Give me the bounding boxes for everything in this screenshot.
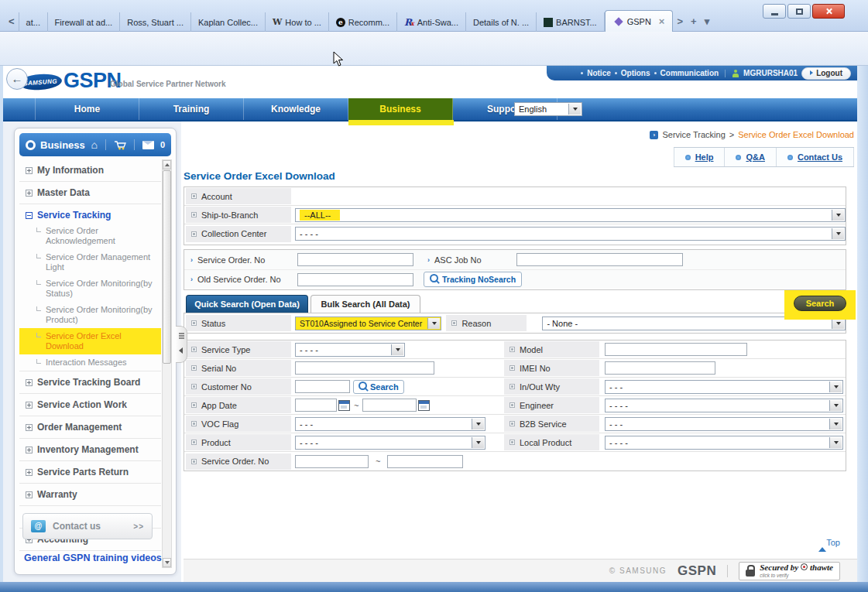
chevron-down-icon[interactable] (832, 210, 844, 221)
sidebar-item-service-order-acknowledgement[interactable]: Service Order Acknowledgement (19, 223, 161, 249)
tab-barnstable[interactable]: BARNST... (537, 12, 605, 32)
service-order-from-input[interactable] (295, 455, 369, 468)
contact-us-link-button[interactable]: Contact Us (776, 148, 854, 166)
app-date-from-input[interactable] (295, 399, 337, 412)
imei-no-input[interactable] (605, 361, 715, 375)
chevron-down-icon[interactable] (427, 318, 440, 329)
sidebar-item-service-tracking-board[interactable]: Service Tracking Board (19, 371, 161, 394)
options-link[interactable]: Options (621, 69, 650, 77)
tab-details[interactable]: Details of N. ... (466, 12, 537, 32)
expand-plus-icon[interactable] (26, 447, 33, 453)
calendar-icon[interactable] (418, 400, 430, 411)
tab-recommended[interactable]: eRecomm... (329, 12, 397, 32)
app-date-to-input[interactable] (362, 399, 417, 412)
tab-bulk-search[interactable]: Bulk Search (All Data) (310, 295, 420, 313)
service-order-no-input[interactable] (297, 253, 413, 266)
maximize-button[interactable] (787, 4, 811, 19)
close-button[interactable] (812, 4, 845, 19)
chevron-down-icon[interactable] (832, 228, 844, 239)
tab-scroll-right-button[interactable]: > (677, 15, 683, 27)
chevron-down-icon[interactable] (829, 437, 842, 448)
scrollbar-thumb[interactable] (163, 170, 171, 364)
new-tab-button[interactable]: + (691, 15, 697, 27)
tab-close-icon[interactable]: × (659, 15, 665, 27)
tab-scroll-left-button[interactable]: < (5, 15, 19, 27)
tab-anti-swap[interactable]: RxAnti-Swa... (397, 12, 466, 32)
expand-plus-icon[interactable] (26, 379, 33, 386)
logout-button[interactable]: Logout (801, 67, 851, 80)
sidebar-item-inventory-management[interactable]: Inventory Management (19, 439, 161, 461)
breadcrumb-section[interactable]: Service Tracking (662, 130, 725, 139)
product-select[interactable]: - - - - (295, 436, 485, 450)
engineer-select[interactable]: - - - - (605, 399, 843, 412)
expand-plus-icon[interactable] (26, 402, 33, 409)
training-videos-link[interactable]: General GSPN training videos (24, 553, 162, 563)
search-button[interactable]: Search (794, 296, 846, 311)
collapse-minus-icon[interactable] (26, 212, 33, 219)
chevron-down-icon[interactable] (829, 419, 842, 429)
chevron-down-icon[interactable] (472, 437, 484, 448)
chevron-down-icon[interactable] (829, 382, 842, 392)
model-input[interactable] (605, 343, 747, 356)
communication-link[interactable]: Communication (660, 69, 719, 77)
sidebar-item-my-information[interactable]: My Information (19, 159, 161, 182)
nav-item-training[interactable]: Training (139, 98, 244, 120)
old-service-order-no-input[interactable] (297, 273, 413, 286)
serial-no-input[interactable] (295, 361, 434, 375)
tab-kaplan[interactable]: Kaplan Collec... (191, 12, 266, 32)
expand-plus-icon[interactable] (26, 469, 33, 476)
tab-how-to[interactable]: WHow to ... (266, 12, 329, 32)
tracking-no-search-button[interactable]: Tracking NoSearch (424, 272, 522, 287)
chevron-down-icon[interactable] (391, 344, 403, 355)
asc-job-no-input[interactable] (516, 253, 683, 266)
nav-item-knowledge[interactable]: Knowledge (244, 98, 348, 120)
customer-no-input[interactable] (295, 380, 350, 393)
sidebar-home-icon[interactable]: ⌂ (91, 139, 97, 150)
nav-item-home[interactable]: Home (35, 98, 139, 120)
thawte-seal[interactable]: Secured by thawte click to verify (739, 562, 840, 580)
back-to-top-link[interactable]: Top (818, 538, 841, 547)
ship-to-branch-select[interactable]: --ALL-- (295, 208, 846, 222)
service-type-select[interactable]: - - - - (295, 343, 405, 357)
tab-firewall[interactable]: Firewall at ad... (48, 12, 121, 32)
notice-link[interactable]: Notice (587, 69, 611, 77)
customer-search-button[interactable]: Search (353, 380, 404, 394)
sidebar-collapse-handle[interactable] (176, 326, 187, 363)
sidebar-item-warranty[interactable]: Warranty (19, 484, 161, 506)
expand-plus-icon[interactable] (26, 424, 33, 431)
service-order-to-input[interactable] (387, 455, 463, 468)
sidebar-item-interaction-messages[interactable]: Interaction Messages (19, 354, 161, 371)
contact-us-button[interactable]: @ Contact us >> (22, 513, 153, 539)
in-out-wty-select[interactable]: - - - (605, 380, 843, 394)
cart-icon[interactable] (114, 140, 126, 150)
mail-icon[interactable] (142, 141, 154, 149)
minimize-button[interactable] (763, 4, 786, 19)
nav-item-business[interactable]: Business (348, 98, 453, 120)
qa-button[interactable]: Q&A (724, 148, 775, 166)
sidebar-item-service-order-management-light[interactable]: Service Order Management Light (19, 249, 161, 275)
chevron-down-icon[interactable] (472, 419, 484, 429)
expand-plus-icon[interactable] (26, 491, 33, 498)
tab-partial[interactable]: at... (19, 12, 48, 32)
voc-flag-select[interactable]: - - - (295, 417, 485, 431)
sidebar-item-service-tracking[interactable]: Service Tracking (19, 204, 161, 223)
scroll-down-icon[interactable] (163, 558, 171, 567)
sidebar-scrollbar[interactable] (162, 159, 172, 568)
chevron-down-icon[interactable] (829, 400, 842, 411)
tab-gspn-active[interactable]: GSPN × (605, 10, 674, 32)
tab-ross[interactable]: Ross, Stuart ... (120, 12, 191, 32)
sidebar-item-service-order-monitoring-status[interactable]: Service Order Monitoring(by Status) (19, 275, 161, 302)
tab-list-dropdown-button[interactable]: ▾ (705, 15, 710, 27)
sidebar-item-order-management[interactable]: Order Management (19, 416, 161, 439)
sidebar-item-service-order-monitoring-product[interactable]: Service Order Monitoring(by Product) (19, 302, 161, 328)
sidebar-item-service-order-excel-download[interactable]: Service Order Excel Download (19, 328, 161, 354)
b2b-service-select[interactable]: - - - (605, 417, 843, 431)
local-product-select[interactable]: - - - - (605, 436, 843, 450)
language-select[interactable]: English (514, 102, 582, 116)
tab-quick-search[interactable]: Quick Search (Open Data) (186, 295, 308, 313)
expand-plus-icon[interactable] (26, 190, 33, 197)
sidebar-item-service-parts-return[interactable]: Service Parts Return (19, 461, 161, 484)
collection-center-select[interactable]: - - - - (295, 227, 846, 241)
sidebar-item-master-data[interactable]: Master Data (19, 182, 161, 204)
calendar-icon[interactable] (338, 400, 350, 411)
